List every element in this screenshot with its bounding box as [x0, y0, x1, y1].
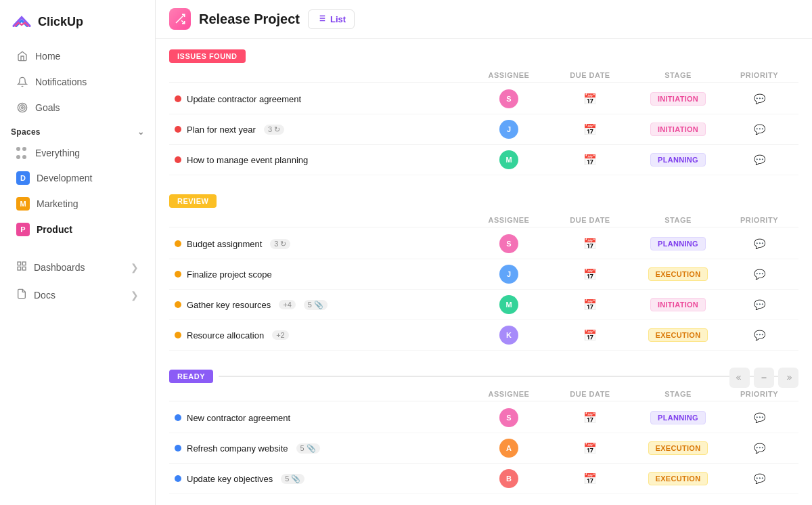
duedate-col-header: DUE DATE: [549, 71, 631, 79]
priority-dot: [175, 95, 181, 102]
dashboards-icon: [16, 261, 27, 273]
main-content: Release Project List ISSUES FOUND ASSIGN…: [156, 0, 812, 505]
task-badge: +2: [272, 330, 289, 340]
calendar-icon: 📅: [583, 154, 597, 167]
priority-dot: [175, 475, 181, 482]
table-row[interactable]: Finalize project scope J 📅 EXECUTION 💬: [169, 259, 798, 290]
svg-rect-3: [18, 262, 21, 265]
sidebar-item-everything[interactable]: Everything: [5, 141, 150, 164]
priority-dot: [175, 271, 181, 278]
project-title: Release Project: [199, 12, 300, 27]
calendar-icon: 📅: [583, 412, 597, 424]
sidebar-item-marketing[interactable]: M Marketing: [5, 192, 150, 216]
table-row[interactable]: Resource allocation +2 K 📅 EXECUTION 💬: [169, 320, 798, 351]
content-area: ISSUES FOUND ASSIGNEE DUE DATE STAGE PRI…: [156, 39, 812, 505]
list-view-button[interactable]: List: [308, 9, 355, 29]
assignee-col-header: ASSIGNEE: [468, 390, 549, 398]
priority-dot: [175, 445, 181, 452]
calendar-icon: 📅: [583, 268, 597, 281]
stage-col-header: STAGE: [631, 390, 725, 398]
home-label: Home: [35, 51, 60, 62]
dashboards-label: Dashboards: [34, 262, 85, 273]
stage-badge: EXECUTION: [648, 441, 708, 455]
stage-col-header: STAGE: [631, 71, 725, 79]
notifications-label: Notifications: [35, 76, 87, 87]
duedate-col-header: DUE DATE: [549, 390, 631, 398]
stage-badge: EXECUTION: [648, 472, 708, 485]
table-row[interactable]: Refresh company website 5 📎 A 📅 EXECUTIO…: [169, 433, 798, 464]
sidebar-item-product[interactable]: P Product: [5, 217, 150, 242]
priority-dot: [175, 414, 181, 421]
clickup-logo-icon: [11, 11, 32, 32]
priority-dot: [175, 126, 181, 133]
avatar: S: [499, 89, 518, 108]
avatar: S: [499, 408, 518, 427]
task-name-text: Update contractor agreement: [187, 94, 301, 104]
task-name-text: How to manage event planning: [187, 155, 308, 165]
comment-icon: 💬: [754, 154, 765, 165]
attachment-badge: 5 📎: [304, 300, 328, 310]
docs-icon: [16, 288, 27, 301]
priority-dot: [175, 301, 181, 308]
list-view-label: List: [330, 14, 346, 24]
ready-table-header: ASSIGNEE DUE DATE STAGE PRIORITY: [169, 387, 798, 401]
table-row[interactable]: Update key objectives 5 📎 B 📅 EXECUTION …: [169, 464, 798, 494]
toolbar-button[interactable]: [754, 368, 774, 388]
task-name-text: Refresh company website: [187, 443, 288, 454]
comment-icon: 💬: [754, 238, 765, 249]
table-row[interactable]: New contractor agreement S 📅 PLANNING 💬: [169, 403, 798, 433]
avatar: M: [499, 150, 518, 169]
sidebar-item-docs[interactable]: Docs ❯: [5, 282, 150, 308]
table-row[interactable]: Plan for next year 3 ↻ J 📅 INITIATION 💬: [169, 114, 798, 145]
toolbar-button[interactable]: [729, 368, 750, 388]
development-label: Development: [37, 173, 93, 183]
calendar-icon: 📅: [583, 329, 597, 342]
goals-icon: [16, 102, 28, 114]
duedate-col-header: DUE DATE: [549, 216, 631, 224]
attachment-badge: 5 📎: [281, 474, 304, 484]
product-label: Product: [37, 224, 72, 235]
table-row[interactable]: Budget assignment 3 ↻ S 📅 PLANNING 💬: [169, 229, 798, 259]
goals-label: Goals: [35, 102, 60, 113]
table-row[interactable]: Update contractor agreement S 📅 INITIATI…: [169, 84, 798, 114]
calendar-icon: 📅: [583, 473, 597, 485]
assignee-col-header: ASSIGNEE: [468, 216, 549, 224]
spaces-label: Spaces: [11, 127, 41, 137]
marketing-badge: M: [16, 197, 30, 211]
toolbar-button[interactable]: [778, 368, 798, 388]
marketing-label: Marketing: [37, 198, 78, 209]
section-ready: READY: [169, 370, 798, 494]
sidebar: ClickUp Home Notifications Goals Spaces …: [0, 0, 156, 505]
svg-rect-4: [22, 262, 26, 265]
table-row[interactable]: How to manage event planning M 📅 PLANNIN…: [169, 145, 798, 175]
stage-badge: INITIATION: [650, 298, 706, 311]
task-name-text: Gather key resources: [187, 300, 271, 310]
comment-icon: 💬: [754, 269, 765, 280]
sidebar-item-goals[interactable]: Goals: [5, 95, 150, 120]
avatar: J: [499, 265, 518, 284]
table-row[interactable]: Gather key resources +4 5 📎 M 📅 INITIATI…: [169, 290, 798, 320]
comment-icon: 💬: [754, 443, 765, 454]
task-name-text: New contractor agreement: [187, 413, 290, 423]
task-col-header: [175, 390, 468, 398]
sidebar-item-home[interactable]: Home: [5, 44, 150, 68]
priority-dot: [175, 240, 181, 247]
avatar: A: [499, 439, 518, 458]
avatar: J: [499, 120, 518, 139]
stage-badge: INITIATION: [650, 123, 706, 136]
priority-col-header: PRIORITY: [725, 71, 793, 79]
sidebar-item-development[interactable]: D Development: [5, 166, 150, 190]
ready-label: READY: [169, 370, 213, 383]
sidebar-item-dashboards[interactable]: Dashboards ❯: [5, 254, 150, 280]
product-badge: P: [16, 223, 30, 236]
calendar-icon: 📅: [583, 299, 597, 311]
task-name-text: Budget assignment: [187, 239, 262, 249]
comment-icon: 💬: [754, 93, 765, 104]
sidebar-item-notifications[interactable]: Notifications: [5, 70, 150, 94]
spaces-header[interactable]: Spaces ⌄: [0, 120, 155, 141]
project-icon: [169, 8, 191, 30]
priority-col-header: PRIORITY: [725, 216, 793, 224]
section-issues: ISSUES FOUND ASSIGNEE DUE DATE STAGE PRI…: [169, 49, 798, 175]
svg-rect-6: [18, 267, 21, 270]
task-badge: 3 ↻: [264, 125, 284, 135]
